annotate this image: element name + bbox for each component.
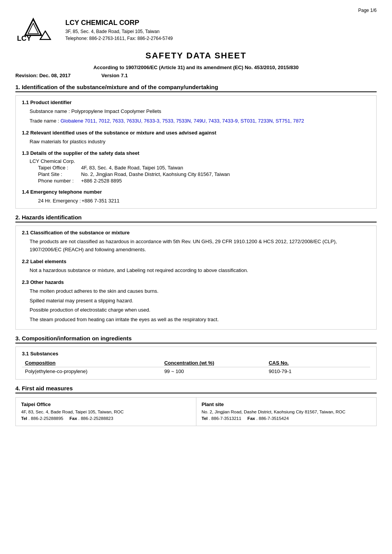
col-header-concentration: Concentration (wt %) <box>161 359 266 367</box>
plant-footer-addr: No. 2, Jingjian Road, Dashe District, Ka… <box>202 409 371 415</box>
taipei-contact-line: Tel . 886-2-25288895 Fax . 886-2-2528882… <box>21 415 191 422</box>
supplier-info: LCY Chemical Corp. Taipei Office : 4F, 8… <box>30 158 370 184</box>
section-1-2-text: Raw materials for plastics industry <box>30 138 370 146</box>
footer-plant: Plant site No. 2, Jingjian Road, Dashe D… <box>196 398 377 426</box>
section-2-box: 2.1 Classification of the substance or m… <box>15 226 377 330</box>
composition-name: Poly(ethylene-co-propylene) <box>22 367 161 375</box>
subsection-2-1-title: 2.1 Classification of the substance or m… <box>22 230 370 236</box>
other-hazard-2: Spilled material may present a slipping … <box>30 297 370 305</box>
taipei-office-value: 4F, 83, Sec. 4, Bade Road, Taipei 105, T… <box>81 165 230 171</box>
section-1-box: 1.1 Product identifier Substance name : … <box>15 95 377 209</box>
svg-text:LCY: LCY <box>17 34 32 42</box>
taipei-office-footer-addr: 4F, 83, Sec. 4, Bade Road, Taipei 105, T… <box>21 409 191 415</box>
taipei-tel-label: Tel <box>21 416 27 421</box>
substance-name: Substance name : Polypropylene Impact Co… <box>30 108 370 116</box>
version-info: Version 7.1 <box>101 73 128 78</box>
subsection-3-1-title: 3.1 Substances <box>22 351 370 357</box>
company-address2: Telephone: 886-2-2763-1611, Fax: 886-2-2… <box>65 35 173 42</box>
revision-label: Revision: <box>15 73 38 78</box>
section-2-1-text: The products are not classified as hazar… <box>30 238 370 254</box>
emergency-label: 24 Hr. Emergency : <box>38 198 81 204</box>
taipei-fax-value: 886-2-25288823 <box>81 416 113 421</box>
plant-fax-label: Fax <box>247 416 255 421</box>
supplier-company: LCY Chemical Corp. <box>30 158 370 164</box>
subsection-1-4-title: 1.4 Emergency telephone number <box>22 189 370 195</box>
table-row: 24 Hr. Emergency : +886 7-351 3211 <box>38 198 120 204</box>
composition-header-row: Composition Concentration (wt %) CAS No. <box>22 359 370 367</box>
substance-value: Polypropylene Impact Copolymer Pellets <box>71 108 161 114</box>
subsection-1-2-title: 1.2 Relevant identified uses of the subs… <box>22 130 370 136</box>
other-hazard-4: The steam produced from heating can irri… <box>30 316 370 324</box>
trade-label: Trade name : <box>30 118 60 124</box>
section-1-header: 1. Identification of the substance/mixtu… <box>15 84 377 92</box>
section-2-2-text: Not a hazardous substance or mixture, an… <box>30 267 370 275</box>
table-row: Taipei Office : 4F, 83, Sec. 4, Bade Roa… <box>38 165 230 171</box>
logo-area: LCY <box>15 16 58 43</box>
taipei-office-footer-title: Taipei Office <box>21 401 191 407</box>
revision-date: Dec. 08, 2017 <box>39 73 71 78</box>
revision-info: Revision: Dec. 08, 2017 <box>15 73 71 78</box>
section-4-header: 4. First aid measures <box>15 385 377 393</box>
section-2-header: 2. Hazards identification <box>15 214 377 222</box>
section-3-box: 3.1 Substances Composition Concentration… <box>15 347 377 380</box>
plant-site-label: Plant Site : <box>38 171 80 177</box>
plant-tel-value: 886-7-3513211 <box>211 416 241 421</box>
other-hazard-1: The molten product adheres to the skin a… <box>30 287 370 295</box>
composition-concentration: 99 ~ 100 <box>161 367 266 375</box>
supplier-table: Taipei Office : 4F, 83, Sec. 4, Bade Roa… <box>37 164 231 184</box>
phone-value: +886 2-2528 8895 <box>81 178 230 184</box>
header: LCY LCY CHEMICAL CORP 3F, 85, Sec. 4, Ba… <box>15 16 377 43</box>
plant-contact-line: Tel . 886-7-3513211 Fax . 886-7-3515424 <box>202 415 371 422</box>
revision-line: Revision: Dec. 08, 2017 Version 7.1 <box>15 73 377 78</box>
subsection-1-3-title: 1.3 Details of the supplier of the safet… <box>22 150 370 156</box>
emergency-table: 24 Hr. Emergency : +886 7-351 3211 <box>37 197 120 204</box>
lcy-logo: LCY <box>15 16 58 43</box>
subsection-2-2-title: 2.2 Label elements <box>22 259 370 264</box>
plant-fax-value: 886-7-3515424 <box>259 416 289 421</box>
subsection-1-1-title: 1.1 Product identifier <box>22 100 370 105</box>
regulation-line: According to 1907/2006/EC (Article 31) a… <box>15 65 377 70</box>
plant-footer-title: Plant site <box>202 401 371 407</box>
version-label: Version <box>101 73 120 78</box>
company-name: LCY CHEMICAL CORP <box>65 18 173 28</box>
svg-marker-1 <box>28 23 38 34</box>
emergency-value: +886 7-351 3211 <box>81 198 120 204</box>
emergency-info: 24 Hr. Emergency : +886 7-351 3211 <box>30 197 370 204</box>
company-address1: 3F, 85, Sec. 4, Bade Road, Taipei 105, T… <box>65 28 173 35</box>
plant-site-value: No. 2, Jingjian Road, Dashe District, Ka… <box>81 171 230 177</box>
trade-value: Globalene 7011, 7012, 7633, 7633U, 7633-… <box>60 118 304 124</box>
composition-cas: 9010-79-1 <box>266 367 370 375</box>
phone-label: Phone number : <box>38 178 80 184</box>
taipei-office-label: Taipei Office : <box>38 165 80 171</box>
col-header-composition: Composition <box>22 359 161 367</box>
trade-name: Trade name : Globalene 7011, 7012, 7633,… <box>30 117 370 125</box>
version-number: 7.1 <box>121 73 128 78</box>
composition-row: Poly(ethylene-co-propylene) 99 ~ 100 901… <box>22 367 370 375</box>
plant-tel-label: Tel <box>202 416 208 421</box>
taipei-tel-value: 886-2-25288895 <box>31 416 63 421</box>
substance-label: Substance name : <box>30 108 71 114</box>
doc-title: SAFETY DATA SHEET <box>15 51 377 61</box>
other-hazard-3: Possible production of electrostatic cha… <box>30 306 370 314</box>
taipei-fax-label: Fax <box>70 416 77 421</box>
table-row: Plant Site : No. 2, Jingjian Road, Dashe… <box>38 171 230 177</box>
section-3-header: 3. Composition/information on ingredient… <box>15 335 377 343</box>
page-indicator: Page 1/6 <box>15 8 377 13</box>
composition-table: Composition Concentration (wt %) CAS No.… <box>22 359 370 375</box>
table-row: Phone number : +886 2-2528 8895 <box>38 178 230 184</box>
subsection-2-3-title: 2.3 Other hazards <box>22 279 370 285</box>
footer-taipei: Taipei Office 4F, 83, Sec. 4, Bade Road,… <box>16 398 196 426</box>
svg-marker-0 <box>25 19 41 35</box>
company-info: LCY CHEMICAL CORP 3F, 85, Sec. 4, Bade R… <box>65 18 173 42</box>
col-header-cas: CAS No. <box>266 359 370 367</box>
footer-box: Taipei Office 4F, 83, Sec. 4, Bade Road,… <box>15 397 377 426</box>
